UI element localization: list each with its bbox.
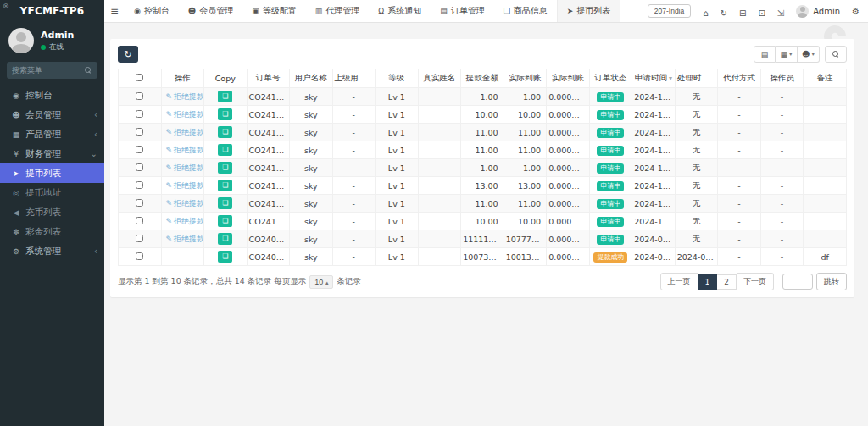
jump-page-input[interactable]: [782, 274, 813, 290]
cell-process_time: 无: [675, 88, 718, 106]
brand-logo[interactable]: YFCMF-TP6: [0, 0, 104, 23]
row-checkbox[interactable]: [136, 199, 143, 207]
export-button[interactable]: ☻ ▾: [798, 46, 820, 63]
sidebar-search-button[interactable]: [79, 62, 97, 79]
fullscreen-icon[interactable]: ⇲: [777, 8, 784, 18]
copy-button[interactable]: ❏: [218, 251, 232, 263]
trash-icon[interactable]: ⊟: [739, 8, 746, 18]
sidebar-item-finance[interactable]: ¥财务管理⌄: [0, 144, 104, 163]
nav-tab-dashboard[interactable]: ◉控制台: [125, 0, 179, 22]
sidebar-item-members[interactable]: ☻会员管理‹: [0, 105, 104, 124]
sidebar-search-input[interactable]: [7, 62, 79, 79]
row-checkbox[interactable]: [136, 217, 143, 224]
withdraw-address-icon: ◎: [10, 189, 22, 197]
col-header-apply_time[interactable]: 申请时间▾: [632, 69, 676, 88]
copy-button[interactable]: ❏: [218, 215, 232, 227]
reject-withdraw-link[interactable]: ✎拒绝提款: [166, 127, 204, 138]
reject-withdraw-link[interactable]: ✎拒绝提款: [166, 216, 204, 227]
cell-actual1: 10777.67: [504, 230, 547, 248]
sidebar-item-products[interactable]: ▦产品管理‹: [0, 124, 104, 144]
row-checkbox[interactable]: [136, 110, 143, 118]
reject-withdraw-link[interactable]: ✎拒绝提款: [166, 145, 204, 156]
page-button-2[interactable]: 2: [717, 274, 737, 290]
columns-button[interactable]: ▦ ▾: [776, 46, 798, 63]
topbar-user[interactable]: Admin: [796, 5, 840, 18]
select-all-checkbox[interactable]: [136, 74, 143, 81]
nav-tab-goods[interactable]: ❑商品信息: [494, 0, 557, 22]
copy-button[interactable]: ❏: [218, 197, 232, 209]
copy-button[interactable]: ❏: [218, 180, 232, 191]
table-row: ❏CO2407082314218211sky-Lv 11007391.42100…: [119, 248, 847, 266]
pencil-icon: ✎: [166, 199, 173, 207]
table-row: ✎拒绝提款同意提款❏CO2412181420277497sky-Lv 111.0…: [119, 141, 847, 159]
sidebar-item-label: 充币列表: [25, 207, 97, 219]
reject-withdraw-link[interactable]: ✎拒绝提款: [166, 234, 204, 245]
region-button[interactable]: 207-India: [648, 4, 691, 18]
cell-actual2: 0.0000.000: [547, 124, 590, 141]
page-button-1[interactable]: 1: [698, 274, 718, 290]
toggle-view-button[interactable]: ▤: [754, 46, 776, 63]
home-icon[interactable]: ⌂: [703, 8, 708, 18]
pencil-icon: ✎: [166, 181, 173, 190]
reject-withdraw-link[interactable]: ✎拒绝提款: [166, 198, 204, 209]
copy-button[interactable]: ❏: [218, 162, 232, 174]
nav-tab-notifications[interactable]: Ω系统通知: [369, 0, 431, 22]
jump-button[interactable]: 跳转: [816, 273, 847, 290]
row-checkbox[interactable]: [136, 181, 143, 189]
col-header-actual1: 实际到账: [504, 69, 547, 88]
row-checkbox[interactable]: [136, 128, 143, 136]
sidebar-item-withdraw-list[interactable]: ➤提币列表: [0, 163, 104, 183]
sidebar-item-deposit-list[interactable]: ◀充币列表: [0, 202, 104, 222]
col-header-process_time[interactable]: 处理时间⇅: [675, 69, 718, 88]
prev-page-button[interactable]: 上一页: [660, 273, 698, 290]
cell-copy: ❏: [204, 88, 248, 106]
cell-status: 申请中: [589, 230, 632, 248]
nav-tab-withdraw-list[interactable]: ➤提币列表: [557, 0, 621, 22]
reject-withdraw-link[interactable]: ✎拒绝提款: [166, 109, 204, 120]
nav-tab-members[interactable]: ☻会员管理: [179, 0, 242, 22]
caret-down-icon: ▾: [789, 51, 793, 58]
row-checkbox[interactable]: [136, 146, 143, 153]
copy-button[interactable]: ❏: [218, 108, 232, 120]
hamburger-icon[interactable]: ≡: [104, 0, 125, 22]
cell-operator: -: [760, 106, 804, 124]
status-badge: 提款成功: [593, 252, 627, 263]
refresh-button[interactable]: ↻: [118, 46, 138, 63]
gears-icon[interactable]: ⚙: [852, 7, 860, 16]
copy-button[interactable]: ❏: [218, 91, 232, 102]
sidebar-item-system[interactable]: ⚙系统管理‹: [0, 241, 104, 261]
copy-button[interactable]: ❏: [218, 126, 232, 138]
clipboard-icon[interactable]: ⊡: [758, 8, 765, 18]
refresh-icon[interactable]: ↻: [721, 8, 727, 18]
reject-withdraw-link[interactable]: ✎拒绝提款: [166, 91, 204, 102]
sidebar-item-bonus-list[interactable]: ✽彩金列表: [0, 222, 104, 241]
sidebar-item-dashboard[interactable]: ◉控制台: [0, 86, 104, 105]
cell-select: [119, 177, 162, 195]
copy-button[interactable]: ❏: [218, 144, 232, 156]
col-header-label: 备注: [817, 73, 833, 82]
cell-username: sky: [290, 195, 333, 213]
reject-withdraw-link[interactable]: ✎拒绝提款: [166, 180, 204, 191]
row-checkbox[interactable]: [136, 92, 143, 100]
nav-tab-orders[interactable]: ▤订单管理: [431, 0, 494, 22]
reject-withdraw-link[interactable]: ✎拒绝提款: [166, 163, 204, 174]
nav-tab-agent[interactable]: ▥代理管理: [306, 0, 370, 22]
cell-apply_time: 2024-12-18 15:14:05: [632, 88, 676, 106]
next-page-button[interactable]: 下一页: [737, 273, 774, 290]
nav-tab-level-config[interactable]: ▣等级配置: [242, 0, 306, 22]
page-size-dropdown[interactable]: 10 ▴: [309, 275, 333, 289]
col-header-select[interactable]: [119, 69, 162, 88]
reject-label: 拒绝提款: [174, 91, 203, 102]
nav-tab-label: 等级配置: [263, 5, 297, 17]
row-checkbox[interactable]: [136, 235, 143, 242]
row-checkbox[interactable]: [136, 252, 143, 260]
col-header-remark: 备注: [804, 69, 847, 88]
copy-button[interactable]: ❏: [218, 233, 232, 245]
sidebar-item-withdraw-address[interactable]: ◎提币地址: [0, 183, 104, 202]
table-search-button[interactable]: [825, 46, 847, 63]
row-checkbox[interactable]: [136, 163, 143, 171]
cell-copy: ❏: [204, 159, 248, 177]
table-row: ✎拒绝提款同意提款❏CO2412181424355625sky-Lv 111.0…: [119, 124, 847, 141]
cell-status: 申请中: [589, 124, 632, 141]
cell-order_no: CO2412181156205258: [247, 213, 290, 230]
